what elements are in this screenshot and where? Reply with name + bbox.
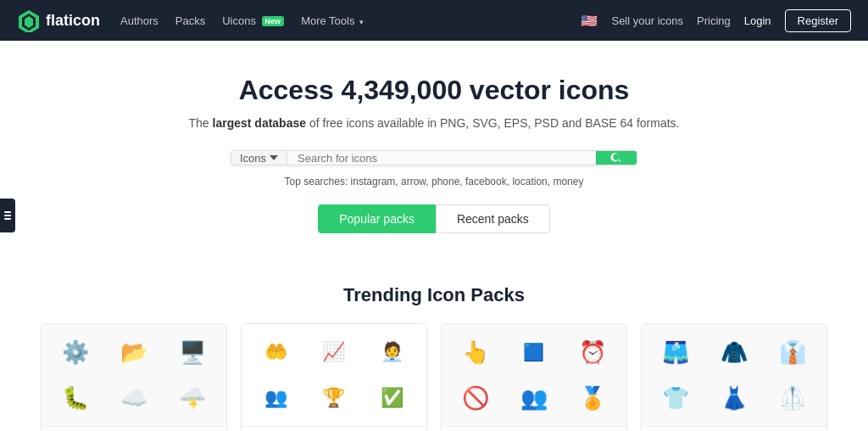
pack-icon: ✅ xyxy=(364,377,420,419)
pack-icons-grid: 🩳 🧥 👔 👕 👗 🥼 xyxy=(642,324,826,426)
navbar: flaticon Authors Packs Uicons New More T… xyxy=(0,0,868,41)
more-tools-chevron: ▾ xyxy=(359,18,364,26)
pack-icon: 👥 xyxy=(248,377,303,419)
pack-icon: ☁️ xyxy=(107,377,162,419)
pack-icon: 🧑‍💼 xyxy=(364,331,420,373)
pack-icon: 🧥 xyxy=(707,331,762,373)
svg-rect-1 xyxy=(4,215,11,216)
nav-authors[interactable]: Authors xyxy=(120,14,159,27)
pack-icon: 👕 xyxy=(648,377,704,419)
trending-section: Trending Icon Packs ⚙️ 📂 🖥️ 🐛 ☁️ 🌩️ ★ Co… xyxy=(0,276,868,431)
pack-footer: Product Features 30 ICONS xyxy=(442,426,626,431)
pack-icon: 🌩️ xyxy=(164,377,220,419)
pack-icon: 🐛 xyxy=(48,377,103,419)
pack-icons-grid: ⚙️ 📂 🖥️ 🐛 ☁️ 🌩️ xyxy=(42,324,226,426)
search-button[interactable] xyxy=(596,151,637,165)
hero-title: Access 4,349,000 vector icons xyxy=(17,75,851,106)
pack-icon: 🚫 xyxy=(448,377,504,419)
pack-footer: Mentoring And Training 50 ICONS xyxy=(242,426,426,431)
pack-icon: 🖥️ xyxy=(164,331,220,373)
logo-text: flaticon xyxy=(46,12,100,30)
pack-icon: 🟦 xyxy=(507,331,562,373)
search-input[interactable] xyxy=(287,151,596,165)
register-button[interactable]: Register xyxy=(785,9,851,32)
nav-left: flaticon Authors Packs Uicons New More T… xyxy=(17,8,364,32)
pack-card-product-features[interactable]: 👆 🟦 ⏰ 🚫 👥 🏅 Product Features 30 ICONS xyxy=(441,323,627,431)
flag-icon[interactable]: 🇺🇸 xyxy=(581,13,598,29)
pack-icons-grid: 🤲 📈 🧑‍💼 👥 🏆 ✅ xyxy=(242,324,426,426)
pack-card-computer-it[interactable]: ⚙️ 📂 🖥️ 🐛 ☁️ 🌩️ ★ Computer And IT 48 ICO… xyxy=(41,323,227,431)
nav-sell[interactable]: Sell your icons xyxy=(611,14,683,27)
pack-icon: 👥 xyxy=(507,377,562,419)
hero-subtitle-bold: largest database xyxy=(213,116,307,130)
packs-tabs: Popular packs Recent packs xyxy=(17,204,851,233)
pack-footer: ★ Computer And IT 48 ICONS xyxy=(42,426,226,431)
pack-icon: 👆 xyxy=(448,331,504,373)
pack-icon: ⚙️ xyxy=(48,331,103,373)
svg-rect-2 xyxy=(4,218,11,220)
tab-popular-packs[interactable]: Popular packs xyxy=(318,204,436,233)
pack-card-mentoring[interactable]: 🤲 📈 🧑‍💼 👥 🏆 ✅ Mentoring And Training 50 … xyxy=(241,323,427,431)
packs-grid: ⚙️ 📂 🖥️ 🐛 ☁️ 🌩️ ★ Computer And IT 48 ICO… xyxy=(34,323,834,431)
login-button[interactable]: Login xyxy=(744,14,771,27)
svg-rect-0 xyxy=(4,211,11,213)
hero-subtitle: The largest database of free icons avail… xyxy=(17,116,851,130)
pack-icon: 🏆 xyxy=(307,377,362,419)
top-searches-label: Top searches: xyxy=(285,176,348,188)
pack-icon: 🏅 xyxy=(565,377,620,419)
pack-icon: 👔 xyxy=(765,331,820,373)
pack-icon: 🥼 xyxy=(765,377,820,419)
top-searches-terms[interactable]: instagram, arrow, phone, facebook, locat… xyxy=(351,176,584,188)
search-type-label: Icons xyxy=(240,152,266,165)
pack-card-fashion[interactable]: 🩳 🧥 👔 👕 👗 🥼 ★ Fashion 50 ICONS xyxy=(641,323,827,431)
tab-recent-packs[interactable]: Recent packs xyxy=(436,204,550,233)
pack-icon: 📂 xyxy=(107,331,162,373)
trending-title: Trending Icon Packs xyxy=(34,284,834,306)
nav-pricing[interactable]: Pricing xyxy=(697,14,731,27)
search-wrap: Icons xyxy=(17,150,851,165)
nav-packs[interactable]: Packs xyxy=(175,14,205,27)
hero-section: Access 4,349,000 vector icons The larges… xyxy=(0,41,868,276)
pack-footer: ★ Fashion 50 ICONS xyxy=(642,426,826,431)
pack-icon: 🩳 xyxy=(648,331,704,373)
logo[interactable]: flaticon xyxy=(17,8,100,32)
search-type-dropdown[interactable]: Icons xyxy=(231,151,287,165)
pack-icons-grid: 👆 🟦 ⏰ 🚫 👥 🏅 xyxy=(442,324,626,426)
sidebar-toggle[interactable] xyxy=(0,199,15,232)
search-box: Icons xyxy=(231,150,637,165)
pack-icon: 👗 xyxy=(707,377,762,419)
nav-uicons[interactable]: Uicons New xyxy=(222,14,284,27)
nav-right: 🇺🇸 Sell your icons Pricing Login Registe… xyxy=(581,9,851,32)
top-searches: Top searches: instagram, arrow, phone, f… xyxy=(17,176,851,188)
pack-icon: ⏰ xyxy=(565,331,620,373)
pack-icon: 🤲 xyxy=(248,331,303,373)
pack-icon: 📈 xyxy=(307,331,362,373)
nav-more-tools[interactable]: More Tools ▾ xyxy=(301,14,364,27)
uicons-new-badge: New xyxy=(262,16,285,26)
nav-links: Authors Packs Uicons New More Tools ▾ xyxy=(120,14,364,27)
